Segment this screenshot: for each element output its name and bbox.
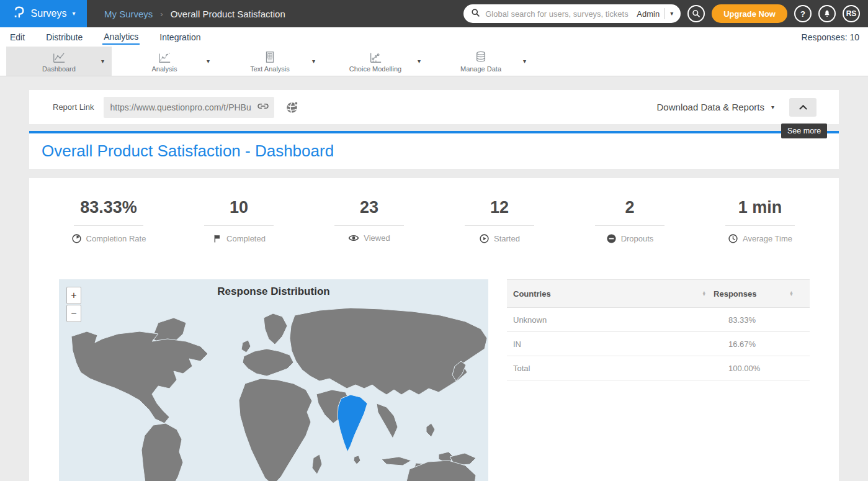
country-responses: 16.67% xyxy=(728,339,810,349)
chevron-up-icon xyxy=(799,105,807,113)
stat-label: Started xyxy=(494,234,520,243)
stat-label: Completed xyxy=(226,234,266,243)
help-button[interactable]: ? xyxy=(794,5,812,22)
product-caret-icon: ▾ xyxy=(72,11,75,17)
see-more-tooltip: See more xyxy=(781,124,827,138)
stat-label: Completion Rate xyxy=(86,234,146,243)
report-link-field[interactable]: https://www.questionpro.com/t/PHBu xyxy=(104,97,274,118)
toolbar-item-analysis[interactable]: Analysis ▾ xyxy=(112,47,217,76)
search-button[interactable] xyxy=(687,5,705,22)
dashboard-card: 83.33% Completion Rate 10 Completed xyxy=(29,178,839,481)
search-scope-caret-icon[interactable]: ▾ xyxy=(670,11,673,17)
stat-label: Average Time xyxy=(743,234,792,243)
stat-average-time: 1 min Average Time xyxy=(695,198,825,244)
stat-completion-rate: 83.33% Completion Rate xyxy=(43,198,174,244)
toolbar-item-label: Dashboard xyxy=(42,65,76,73)
download-data-reports-label: Download Data & Reports xyxy=(657,102,764,112)
nav-tab-distribute[interactable]: Distribute xyxy=(45,30,84,44)
analytics-toolbar: Dashboard ▾ Analysis ▾ Text Analysis ▾ xyxy=(0,47,868,76)
download-data-reports-button[interactable]: Download Data & Reports ▾ xyxy=(657,102,774,112)
document-table-icon xyxy=(262,50,277,64)
toolbar-item-label: Text Analysis xyxy=(250,65,290,73)
survey-nav: Edit Distribute Analytics Integration Re… xyxy=(0,27,868,47)
toolbar-item-manage-data[interactable]: Manage Data ▾ xyxy=(428,47,534,76)
report-link-bar: Report Link https://www.questionpro.com/… xyxy=(29,90,839,124)
app: Surveys ▾ My Surveys › Overall Product S… xyxy=(0,0,868,481)
analysis-caret-icon[interactable]: ▾ xyxy=(207,58,210,65)
toolbar-item-label: Manage Data xyxy=(460,65,501,73)
download-caret-icon: ▾ xyxy=(771,104,774,110)
country-responses: 83.33% xyxy=(728,315,810,325)
choice-modelling-caret-icon[interactable]: ▾ xyxy=(418,58,421,65)
stat-value: 2 xyxy=(565,198,695,217)
see-more-button[interactable] xyxy=(789,98,817,117)
stat-viewed: 23 Viewed xyxy=(304,198,434,244)
table-row: IN 16.67% xyxy=(507,332,810,356)
stat-divider xyxy=(204,225,274,226)
column-header-countries[interactable]: Countries xyxy=(513,289,699,299)
search-scope[interactable]: Admin xyxy=(637,9,660,19)
stat-divider xyxy=(725,225,795,226)
country-responses: 100.00% xyxy=(728,364,810,373)
stat-divider xyxy=(465,225,534,226)
breadcrumb-my-surveys[interactable]: My Surveys xyxy=(104,9,153,19)
stat-divider xyxy=(334,225,404,226)
copy-link-icon[interactable] xyxy=(257,101,269,114)
map-zoom-out-button[interactable]: − xyxy=(66,305,81,322)
line-chart-icon xyxy=(51,50,66,64)
trend-chart-icon xyxy=(157,50,172,64)
clock-icon xyxy=(728,233,738,244)
stat-divider xyxy=(595,225,664,226)
top-bar: Surveys ▾ My Surveys › Overall Product S… xyxy=(0,0,868,27)
text-analysis-caret-icon[interactable]: ▾ xyxy=(312,58,315,65)
report-link-url[interactable]: https://www.questionpro.com/t/PHBu xyxy=(110,102,257,112)
response-distribution-map[interactable]: Response Distribution + − xyxy=(59,279,488,481)
page-title: Overall Product Satisfaction - Dashboard xyxy=(42,142,334,161)
report-privacy-globe-icon[interactable] xyxy=(285,101,299,114)
play-circle-icon xyxy=(479,233,490,244)
sort-countries-icon[interactable]: ▲▼ xyxy=(702,291,706,296)
stat-started: 12 Started xyxy=(434,198,565,244)
sort-responses-icon[interactable]: ▲▼ xyxy=(789,291,794,296)
stat-divider xyxy=(74,225,143,226)
stat-label: Dropouts xyxy=(621,234,654,243)
responses-count: Responses: 10 xyxy=(802,32,859,42)
countries-table-header: Countries ▲▼ Responses ▲▼ xyxy=(507,279,810,308)
manage-data-caret-icon[interactable]: ▾ xyxy=(523,58,526,65)
countries-table: Countries ▲▼ Responses ▲▼ Unknown 83.33%… xyxy=(507,279,810,380)
upgrade-now-button[interactable]: Upgrade Now xyxy=(712,4,787,23)
questionpro-logo-icon xyxy=(12,5,25,22)
stat-completed: 10 Completed xyxy=(174,198,304,244)
search-scope-divider xyxy=(664,8,665,19)
report-link-label: Report Link xyxy=(53,102,94,112)
stat-dropouts: 2 Dropouts xyxy=(565,198,695,244)
country-name: IN xyxy=(513,339,728,349)
dashboard-caret-icon[interactable]: ▾ xyxy=(101,58,104,65)
user-avatar[interactable]: RS xyxy=(843,5,860,22)
nav-tab-integration[interactable]: Integration xyxy=(158,30,202,44)
column-header-responses[interactable]: Responses xyxy=(714,289,787,299)
top-bar-actions: Admin ▾ Upgrade Now ? RS xyxy=(463,4,868,23)
breadcrumb-current: Overall Product Satisfaction xyxy=(171,9,285,19)
title-section: Overall Product Satisfaction - Dashboard xyxy=(29,131,839,169)
pie-chart-icon xyxy=(71,233,82,244)
bell-icon xyxy=(823,9,831,18)
scatter-chart-icon xyxy=(368,50,383,64)
nav-tab-analytics[interactable]: Analytics xyxy=(102,29,140,45)
stat-label: Viewed xyxy=(364,233,390,243)
product-switcher[interactable]: Surveys ▾ xyxy=(0,0,87,27)
world-map[interactable] xyxy=(59,279,488,481)
notifications-button[interactable] xyxy=(818,5,836,22)
nav-tab-edit[interactable]: Edit xyxy=(9,30,26,44)
toolbar-item-dashboard[interactable]: Dashboard ▾ xyxy=(6,47,112,76)
search-icon xyxy=(471,8,480,20)
toolbar-item-choice-modelling[interactable]: Choice Modelling ▾ xyxy=(323,47,428,76)
global-search[interactable]: Admin ▾ xyxy=(463,4,681,23)
breadcrumb: My Surveys › Overall Product Satisfactio… xyxy=(104,9,285,19)
map-zoom-in-button[interactable]: + xyxy=(66,287,81,304)
stat-value: 12 xyxy=(434,198,565,217)
toolbar-item-text-analysis[interactable]: Text Analysis ▾ xyxy=(217,47,323,76)
toolbar-item-label: Analysis xyxy=(152,65,177,73)
search-input[interactable] xyxy=(485,9,632,19)
product-name: Surveys xyxy=(31,8,67,19)
